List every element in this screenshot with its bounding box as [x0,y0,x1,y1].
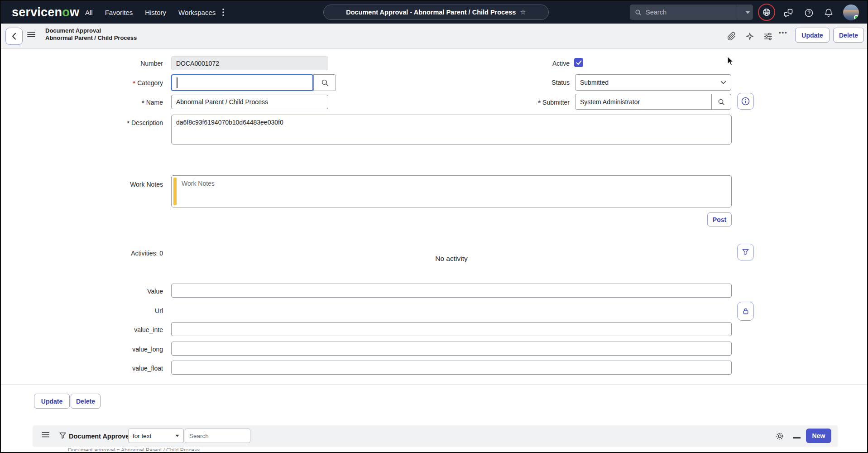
list-context-menu-icon[interactable] [42,432,49,438]
submitter-lookup-button[interactable] [711,94,731,109]
activity-filter-button[interactable] [737,244,754,260]
search-scope-dropdown[interactable] [737,5,753,20]
category-label: *Category [0,79,163,87]
required-marker: * [133,79,135,87]
current-record-pill[interactable]: Document Approval - Abnormal Parent / Ch… [323,5,549,20]
global-search [630,5,753,20]
name-label-text: Name [146,99,163,106]
form-context-menu-icon[interactable] [27,31,35,38]
nav-item-history[interactable]: History [145,9,166,16]
status-select[interactable]: Submitted [575,74,731,91]
value-input[interactable] [171,284,732,298]
url-label: Url [0,307,163,314]
back-button[interactable] [5,28,23,45]
number-field[interactable]: DOCA0001072 [171,56,328,70]
info-icon [741,96,750,106]
footer-delete-button[interactable]: Delete [71,394,101,409]
logo-text-end: w [70,5,79,19]
number-value: DOCA0001072 [176,60,219,67]
post-button[interactable]: Post [707,212,732,226]
active-label: Active [444,60,570,67]
worknotes-label: Work Notes [0,181,163,188]
activities-count-label: Activities: 0 [0,250,163,257]
list-settings-icon[interactable] [775,432,784,441]
url-lock-button[interactable] [737,302,754,321]
number-label: Number [0,60,163,67]
form-title: Document Approval Abnormal Parent / Chil… [45,27,137,42]
category-lookup-button[interactable] [313,74,336,91]
chevron-down-icon [745,11,750,14]
value-float-label: value_float [0,365,163,372]
list-new-button[interactable]: New [806,429,831,443]
category-label-text: Category [137,79,163,87]
bell-icon [824,8,834,18]
value-inte-input[interactable] [171,322,732,336]
chevron-left-icon [12,33,16,40]
update-button[interactable]: Update [795,28,830,43]
list-search-input[interactable] [185,429,250,443]
description-textarea[interactable]: da6f8c93f6194070b10d64483ee030f0 [171,115,732,145]
description-value: da6f8c93f6194070b10d64483ee030f0 [176,119,283,126]
sparkle-icon [745,32,754,41]
status-value: Submitted [580,79,609,86]
chevron-down-icon [720,81,726,84]
related-list-title: Document Approvers [69,433,135,440]
value-long-input[interactable] [171,342,732,356]
description-label-text: Description [131,119,163,126]
servicenow-form-page: servicenow All Favorites History Workspa… [0,0,868,453]
help-button[interactable] [803,7,814,18]
form-settings-button[interactable] [762,31,773,42]
name-input[interactable]: Abnormal Parent / Child Process [171,95,328,109]
search-icon [321,79,329,87]
nav-item-all[interactable]: All [85,9,93,16]
nav-item-workspaces[interactable]: Workspaces [178,9,216,16]
section-divider [1,384,867,385]
funnel-icon [59,432,67,439]
connect-chat-button[interactable] [783,7,794,18]
submitter-label: *Submitter [444,98,570,106]
top-nav: servicenow All Favorites History Workspa… [1,1,867,24]
search-input[interactable] [646,9,737,16]
value-inte-label: value_inte [0,326,163,333]
value-long-label: value_long [0,346,163,353]
required-marker: * [127,119,129,127]
chat-bubbles-icon [783,7,794,18]
mouse-cursor [727,56,735,66]
no-activity-message: No activity [171,255,732,263]
active-checkbox[interactable] [574,58,583,67]
value-float-input[interactable] [171,361,732,375]
description-label: *Description [0,119,163,126]
required-marker: * [538,99,541,106]
list-filter-icon[interactable] [59,432,67,439]
notifications-button[interactable] [823,7,834,18]
list-search-field-select[interactable]: for text [128,429,184,443]
list-search-field-value: for text [133,433,151,439]
lock-icon [742,307,750,315]
logo-green-o: o [62,5,70,19]
nav-item-favorites[interactable]: Favorites [105,9,133,16]
value-label: Value [0,288,163,295]
attachment-button[interactable] [726,31,737,42]
submitter-preview-button[interactable] [737,93,754,110]
category-input[interactable] [171,74,313,91]
submitter-input[interactable]: System Administrator [575,94,731,110]
globe-icon [762,7,772,17]
name-label: *Name [0,98,163,106]
more-menus-kebab-icon[interactable] [219,8,227,17]
servicenow-logo[interactable]: servicenow [12,5,79,19]
footer-update-button[interactable]: Update [34,394,70,409]
list-breadcrumb-text: Document approval = Abnormal Parent / Ch… [33,447,838,451]
delete-button[interactable]: Delete [833,28,864,43]
funnel-icon [742,248,749,256]
worknotes-textarea[interactable]: Work Notes [171,175,732,207]
submitter-label-text: Submitter [542,99,570,106]
worknotes-stripe [173,178,177,205]
language-globe-button[interactable] [758,4,775,21]
personalize-button[interactable] [744,31,755,42]
form-title-table: Document Approval [45,27,137,34]
favorite-star-icon[interactable]: ☆ [520,8,526,16]
worknotes-placeholder: Work Notes [182,180,215,187]
more-options-icon[interactable]: ••• [779,29,788,36]
user-avatar[interactable] [843,5,859,20]
list-collapse-minus-icon[interactable] [793,437,801,439]
